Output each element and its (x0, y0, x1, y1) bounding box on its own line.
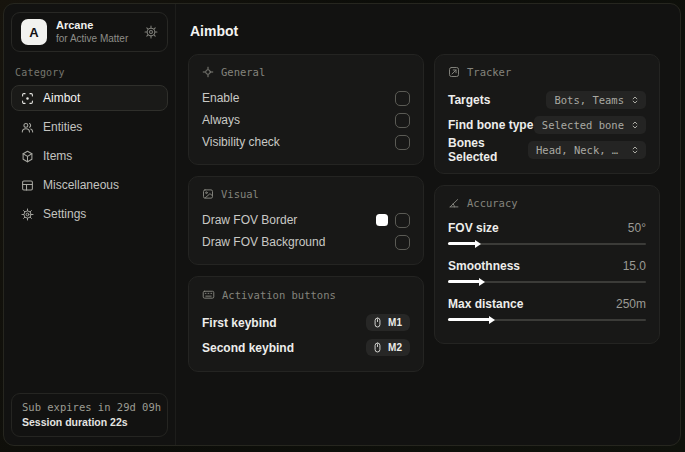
setting-label: Bones Selected (448, 136, 528, 164)
card-title: Tracker (467, 66, 511, 78)
setting-label: Draw FOV Background (202, 235, 325, 249)
visibility-check-checkbox[interactable] (395, 135, 410, 150)
setting-label: Enable (202, 91, 239, 105)
first-keybind-button[interactable]: M1 (366, 314, 410, 331)
setting-row-draw-fov-border: Draw FOV Border (202, 209, 410, 231)
angle-icon (448, 197, 460, 209)
select-value: Head, Neck, Body, Pe.. (536, 144, 624, 156)
slider-fill[interactable] (448, 242, 476, 245)
card-general: General Enable Always Visibility check (188, 54, 424, 165)
chevrons-up-down-icon (630, 95, 640, 105)
enable-checkbox[interactable] (395, 91, 410, 106)
panels-icon (21, 179, 34, 192)
radar-icon (448, 66, 460, 78)
page-title: Aimbot (190, 23, 664, 39)
card-tracker: Tracker Targets Bots, Teams (434, 54, 660, 174)
card-title: Activation buttons (222, 289, 336, 301)
setting-row-find-bone-type: Find bone type Selected bone (448, 112, 646, 137)
scan-icon (21, 92, 34, 105)
crosshair-icon (202, 66, 214, 78)
sidebar-item-label: Aimbot (43, 91, 80, 105)
find-bone-type-select[interactable]: Selected bone (534, 116, 646, 134)
slider-fill[interactable] (448, 318, 490, 321)
slider-value: 15.0 (623, 259, 646, 273)
chevrons-up-down-icon (630, 145, 640, 155)
setting-row-second-keybind: Second keybind M2 (202, 335, 410, 360)
always-checkbox[interactable] (395, 113, 410, 128)
slider-fill[interactable] (448, 280, 480, 283)
setting-label: Find bone type (448, 118, 533, 132)
draw-fov-border-checkbox[interactable] (395, 213, 410, 228)
smoothness-slider[interactable] (448, 280, 646, 283)
app-header: A Arcane for Active Matter (11, 12, 168, 52)
card-accuracy: Accuracy FOV size 50° Smoothness (434, 185, 660, 344)
main-content: Aimbot General Enable (176, 4, 680, 445)
sidebar-item-label: Items (43, 149, 72, 163)
mouse-icon (372, 342, 383, 353)
max-distance-slider[interactable] (448, 318, 646, 321)
session-info-box: Sub expires in 29d 09h Session duration … (11, 393, 168, 437)
draw-fov-background-checkbox[interactable] (395, 235, 410, 250)
image-icon (202, 188, 214, 200)
app-subtitle: for Active Matter (56, 33, 135, 46)
setting-label: First keybind (202, 316, 277, 330)
gear-icon (21, 208, 34, 221)
sidebar-item-label: Settings (43, 207, 86, 221)
setting-label: Targets (448, 93, 490, 107)
slider-value: 50° (628, 221, 646, 235)
sidebar-item-settings[interactable]: Settings (11, 201, 168, 227)
keyboard-icon (202, 288, 215, 301)
slider-value: 250m (616, 297, 646, 311)
slider-group-smoothness: Smoothness 15.0 (448, 256, 646, 283)
card-title: Accuracy (467, 197, 518, 209)
setting-label: Draw FOV Border (202, 213, 297, 227)
users-icon (21, 121, 34, 134)
keybind-value: M1 (388, 317, 402, 328)
setting-row-bones-selected: Bones Selected Head, Neck, Body, Pe.. (448, 137, 646, 162)
app-name: Arcane (56, 19, 135, 33)
bones-selected-select[interactable]: Head, Neck, Body, Pe.. (528, 141, 646, 159)
app-window: A Arcane for Active Matter Category (3, 3, 681, 446)
slider-label: FOV size (448, 221, 499, 235)
mouse-icon (372, 317, 383, 328)
setting-row-targets: Targets Bots, Teams (448, 87, 646, 112)
setting-row-first-keybind: First keybind M1 (202, 310, 410, 335)
setting-label: Always (202, 113, 240, 127)
setting-label: Second keybind (202, 341, 294, 355)
session-duration-text: Session duration 22s (22, 416, 157, 428)
setting-label: Visibility check (202, 135, 280, 149)
setting-row-draw-fov-background: Draw FOV Background (202, 231, 410, 253)
card-title: General (221, 66, 265, 78)
setting-row-visibility-check: Visibility check (202, 131, 410, 153)
gear-icon[interactable] (144, 25, 158, 39)
sub-expires-text: Sub expires in 29d 09h (22, 401, 157, 413)
slider-group-fov-size: FOV size 50° (448, 218, 646, 245)
app-logo: A (21, 19, 47, 45)
sidebar-item-aimbot[interactable]: Aimbot (11, 85, 168, 111)
sidebar-item-items[interactable]: Items (11, 143, 168, 169)
category-label: Category (15, 67, 164, 78)
card-title: Visual (221, 188, 259, 200)
select-value: Selected bone (542, 119, 624, 131)
cube-icon (21, 150, 34, 163)
fov-size-slider[interactable] (448, 242, 646, 245)
sidebar-item-label: Entities (43, 120, 82, 134)
sidebar-item-label: Miscellaneous (43, 178, 119, 192)
chevrons-up-down-icon (630, 120, 640, 130)
keybind-value: M2 (388, 342, 402, 353)
card-visual: Visual Draw FOV Border Draw FOV Backgrou… (188, 176, 424, 265)
sidebar-item-entities[interactable]: Entities (11, 114, 168, 140)
slider-label: Smoothness (448, 259, 520, 273)
sidebar: A Arcane for Active Matter Category (4, 4, 176, 445)
select-value: Bots, Teams (554, 94, 624, 106)
app-title-block: Arcane for Active Matter (56, 19, 135, 45)
slider-label: Max distance (448, 297, 523, 311)
card-activation-buttons: Activation buttons First keybind M1 (188, 276, 424, 372)
sidebar-nav: Aimbot Entities (11, 85, 168, 227)
second-keybind-button[interactable]: M2 (366, 339, 410, 356)
targets-select[interactable]: Bots, Teams (546, 91, 646, 109)
color-swatch[interactable] (376, 214, 388, 226)
setting-row-enable: Enable (202, 87, 410, 109)
slider-group-max-distance: Max distance 250m (448, 294, 646, 321)
sidebar-item-miscellaneous[interactable]: Miscellaneous (11, 172, 168, 198)
